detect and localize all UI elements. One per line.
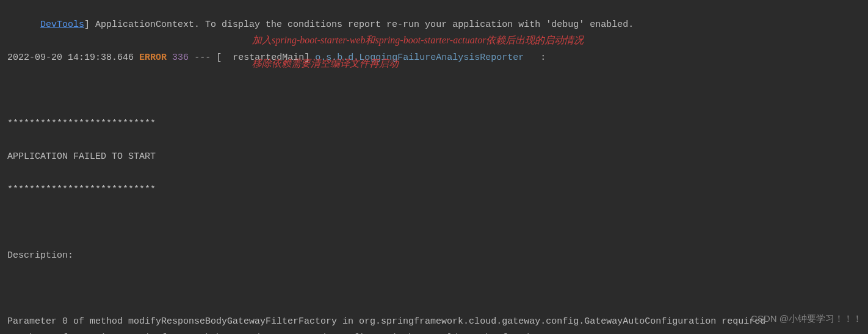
description-text: Parameter 0 of method modifyResponseBody… [7,313,861,334]
blank-line [7,214,861,231]
stars-line: *************************** [7,181,861,198]
annotation-dependency-added: 加入spring-boot-starter-web和spring-boot-st… [252,32,584,49]
csdn-watermark: CSDN @小钟要学习！！！ [751,310,862,327]
log-pid: 336 [172,53,189,63]
log-level: ERROR [139,53,167,63]
stars-line: *************************** [7,115,861,132]
description-label: Description: [7,247,861,264]
failed-header: APPLICATION FAILED TO START [7,148,861,165]
blank-line [7,280,861,297]
console-output[interactable]: DevTools] ApplicationContext. To display… [7,0,861,334]
log-timestamp: 2022-09-20 14:19:38.646 [7,53,134,63]
blank-line [7,82,861,99]
truncated-log-line: DevTools] ApplicationContext. To display… [7,16,861,33]
annotation-remove-dependency: 移除依赖需要清空编译文件再启动 [252,55,399,73]
error-log-line: 2022-09-20 14:19:38.646 ERROR 336 --- [ … [7,49,861,66]
devtools-link[interactable]: DevTools [40,20,84,30]
